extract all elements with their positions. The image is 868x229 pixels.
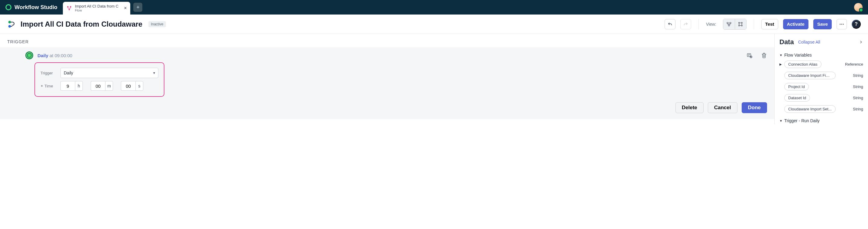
variable-row: Dataset Id String [775,92,868,104]
divider [754,19,754,29]
trigger-config-card: Trigger Daily ▾ Time h m [34,62,164,97]
svg-rect-8 [728,25,730,26]
svg-point-10 [741,22,743,23]
data-panel: Data Collapse All ▼Flow Variables ▶ Conn… [774,34,868,124]
save-button[interactable]: Save [813,19,832,29]
svg-point-9 [739,22,740,23]
flow-tab-icon [66,5,72,11]
view-label: View: [706,22,716,27]
time-minutes-input[interactable] [91,81,105,91]
undo-button[interactable] [664,19,676,29]
view-tree-button[interactable] [723,19,735,29]
canvas: Daily at 09:00:00 Trigger [0,47,774,119]
svg-point-0 [6,5,11,10]
tab-title: Import All CI Data from C [75,4,119,8]
svg-point-5 [8,25,11,28]
trigger-node-header: Daily at 09:00:00 [7,51,767,59]
trigger-action-row: Delete Cancel Done [7,102,767,113]
svg-point-14 [841,24,842,25]
trigger-node-title[interactable]: Daily at 09:00:00 [37,53,72,58]
done-button[interactable]: Done [742,102,767,113]
time-seconds-input[interactable] [121,81,135,91]
svg-point-4 [8,21,11,23]
variable-row: Cloudaware Import Fiel... String [775,70,868,81]
svg-point-1 [67,6,69,7]
svg-point-3 [68,9,70,10]
variable-type: String [853,95,863,100]
variable-pill[interactable]: Project Id [784,83,809,90]
variable-type: String [853,73,863,78]
variable-type: Reference [845,62,863,66]
ellipsis-icon [839,22,844,27]
page-header: Import All CI Data from Cloudaware Inact… [0,15,868,34]
variable-pill[interactable]: Cloudaware Import Fiel... [784,72,836,79]
view-diagram-button[interactable] [735,19,746,29]
data-panel-title: Data [779,38,794,46]
page-title: Import All CI Data from Cloudaware [21,20,142,28]
test-button[interactable]: Test [761,19,778,29]
triangle-right-icon[interactable]: ▶ [779,63,782,66]
tree-icon [726,22,732,27]
trigger-node-suffix: at 09:00:00 [50,53,72,58]
time-seconds-input-wrap: s [121,81,143,91]
variable-type: String [853,84,863,89]
svg-point-15 [843,24,844,25]
svg-point-12 [741,25,743,26]
undo-icon [667,22,673,27]
trigger-type-select[interactable]: Daily ▾ [60,68,158,78]
redo-icon [683,22,688,27]
servicenow-logo-icon [25,51,33,59]
trigger-section-label: TRIGGER [0,34,774,47]
brand-name: Workflow Studio [14,4,57,10]
divider [699,19,699,29]
tab-close-icon[interactable]: × [124,6,127,10]
triangle-down-icon: ▼ [779,54,782,57]
help-button[interactable]: ? [852,20,861,29]
svg-rect-7 [730,22,731,24]
svg-point-13 [840,24,840,25]
cancel-button[interactable]: Cancel [708,102,738,113]
app-bar: Workflow Studio Import All CI Data from … [0,0,868,15]
brand-logo-icon [5,4,11,10]
trigger-node-name: Daily [37,53,49,58]
time-minutes-input-wrap: m [91,81,118,91]
more-button[interactable] [837,19,847,29]
triangle-down-icon: ▼ [779,119,782,122]
trigger-run-daily-title: Trigger - Run Daily [784,118,819,123]
chevron-down-icon: ▾ [153,71,155,75]
chevron-right-icon[interactable] [859,40,863,44]
tab-subtitle: Flow [75,8,119,12]
flow-variables-title: Flow Variables [784,53,812,57]
variable-row: Cloudaware Import Set... String [775,104,868,115]
svg-rect-6 [727,22,728,24]
seconds-unit: s [135,81,143,91]
time-hours-input[interactable] [60,81,75,91]
trigger-type-value: Daily [64,70,73,75]
delete-button[interactable]: Delete [676,102,704,113]
svg-point-11 [739,25,740,26]
canvas-column: TRIGGER Daily at 09:00:00 [0,34,774,124]
annotation-icon[interactable] [746,52,752,58]
hours-unit: h [75,81,83,91]
redo-button[interactable] [680,19,691,29]
trigger-run-daily-section[interactable]: ▼Trigger - Run Daily [775,116,868,124]
tab-text: Import All CI Data from C Flow [75,4,119,12]
active-tab[interactable]: Import All CI Data from C Flow × [63,2,130,15]
brand: Workflow Studio [5,0,57,15]
activate-button[interactable]: Activate [783,19,808,29]
flow-icon [7,20,16,28]
svg-point-2 [70,6,71,7]
trash-icon[interactable] [761,52,767,58]
user-avatar[interactable] [854,3,863,11]
variable-pill[interactable]: Connection Alias [784,60,822,68]
new-tab-button[interactable]: + [133,3,142,12]
variable-row: ▶ Connection Alias Reference [775,59,868,70]
view-toggle [723,19,746,30]
time-field-label: Time [40,84,57,88]
data-panel-header: Data Collapse All [775,34,868,49]
flow-variables-section[interactable]: ▼Flow Variables [775,50,868,59]
variable-pill[interactable]: Cloudaware Import Set... [784,105,836,113]
collapse-all-link[interactable]: Collapse All [798,40,820,45]
variable-type: String [853,107,863,111]
variable-pill[interactable]: Dataset Id [784,94,810,102]
